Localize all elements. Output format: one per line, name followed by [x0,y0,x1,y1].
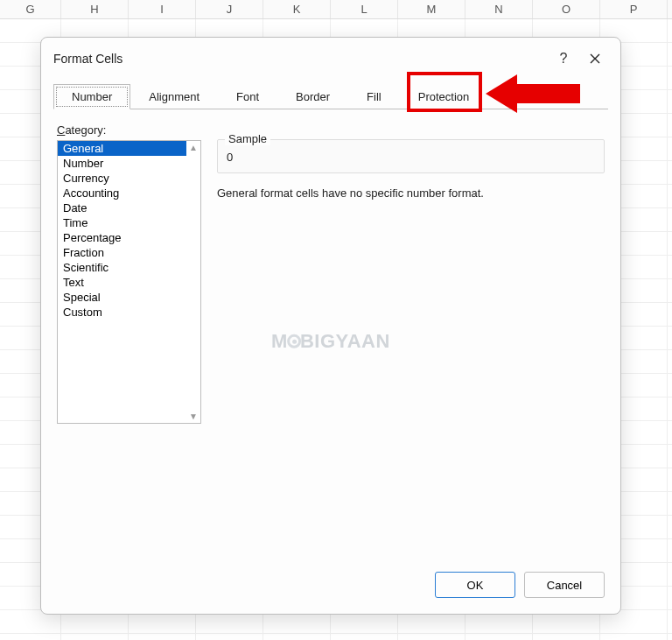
grid-cell[interactable] [533,634,600,640]
grid-cell[interactable] [600,634,668,640]
category-item-custom[interactable]: Custom [58,305,186,320]
grid-cell[interactable] [466,634,533,640]
category-item-accounting[interactable]: Accounting [58,186,186,200]
tab-font[interactable]: Font [218,84,277,109]
tab-alignment[interactable]: Alignment [130,84,218,109]
grid-cell[interactable] [331,634,398,640]
category-item-text[interactable]: Text [58,275,186,290]
column-header[interactable]: H [61,0,129,18]
grid-cell[interactable] [398,634,466,640]
category-item-currency[interactable]: Currency [58,171,186,186]
tab-border[interactable]: Border [277,84,348,109]
category-item-number[interactable]: Number [58,156,186,171]
column-header[interactable]: O [533,0,600,18]
scroll-down-icon[interactable]: ▼ [189,411,198,421]
column-header[interactable]: P [600,0,668,18]
ok-button[interactable]: OK [435,572,515,598]
dialog-titlebar: Format Cells ? [41,38,620,76]
category-item-general[interactable]: General [58,141,186,156]
tab-number[interactable]: Number [53,84,130,109]
column-header[interactable]: M [398,0,466,18]
column-header[interactable]: I [129,0,196,18]
cancel-button[interactable]: Cancel [524,572,605,598]
grid-cell[interactable] [129,634,196,640]
sample-value: 0 [227,145,595,164]
column-header[interactable]: L [331,0,398,18]
column-header[interactable]: G [0,0,61,18]
dialog-tabs: NumberAlignmentFontBorderFillProtection [41,76,620,109]
close-icon [589,53,601,65]
grid-cell[interactable] [0,634,61,640]
grid-row [0,634,672,640]
close-button[interactable] [582,46,608,71]
details-column: Sample 0 General format cells have no sp… [217,123,605,552]
category-item-time[interactable]: Time [58,215,186,230]
format-cells-dialog: Format Cells ? NumberAlignmentFontBorder… [40,37,621,615]
grid-cell[interactable] [196,634,263,640]
dialog-title: Format Cells [53,52,545,66]
column-header[interactable]: N [466,0,533,18]
dialog-content: Category: GeneralNumberCurrencyAccountin… [41,109,620,559]
scroll-up-icon[interactable]: ▲ [189,143,198,152]
category-column: Category: GeneralNumberCurrencyAccountin… [57,123,201,552]
tab-fill[interactable]: Fill [348,84,400,109]
sample-label: Sample [225,132,270,145]
grid-cell[interactable] [61,634,129,640]
category-listbox[interactable]: GeneralNumberCurrencyAccountingDateTimeP… [57,140,201,424]
category-item-special[interactable]: Special [58,290,186,305]
format-description: General format cells have no specific nu… [217,186,605,201]
category-item-fraction[interactable]: Fraction [58,245,186,260]
column-headers: G H I J K L M N O P [0,0,672,19]
sample-box: Sample 0 [217,139,605,173]
column-header[interactable]: J [196,0,263,18]
category-item-date[interactable]: Date [58,200,186,215]
scrollbar[interactable]: ▲ ▼ [186,141,200,423]
grid-cell[interactable] [263,634,331,640]
dialog-footer: OK Cancel [41,559,620,614]
help-button[interactable]: ? [550,46,577,71]
category-item-scientific[interactable]: Scientific [58,260,186,275]
category-label: Category: [57,123,201,137]
column-header[interactable]: K [263,0,331,18]
tab-protection[interactable]: Protection [400,84,488,109]
category-item-percentage[interactable]: Percentage [58,230,186,245]
